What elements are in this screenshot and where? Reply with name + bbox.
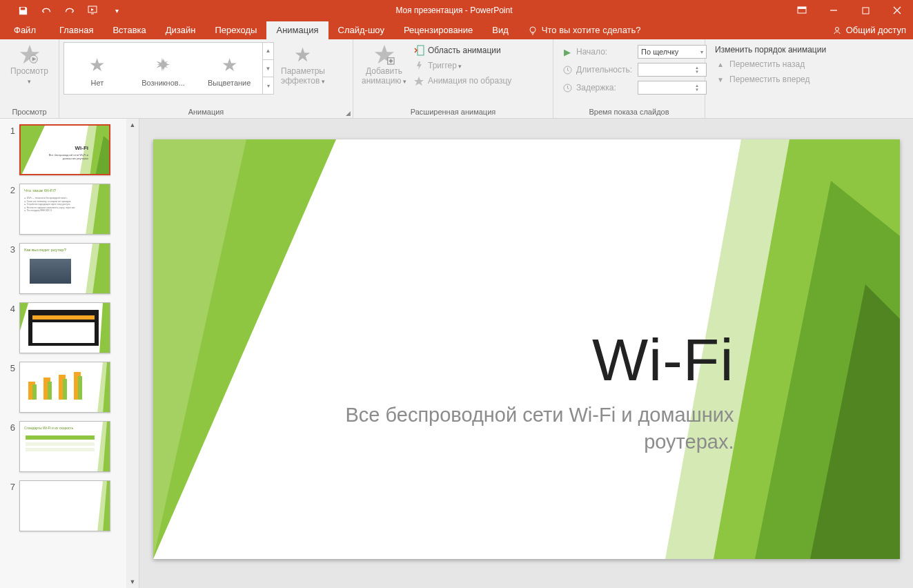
tell-me[interactable]: Что вы хотите сделать?: [518, 25, 651, 39]
thumb-scrollbar[interactable]: ▲ ▼: [126, 119, 139, 588]
gallery-more-icon[interactable]: ▾: [263, 77, 273, 95]
tab-file[interactable]: Файл: [0, 21, 50, 39]
window-controls: [786, 0, 913, 21]
painter-icon: [413, 75, 424, 86]
svg-marker-24: [99, 303, 110, 353]
thumb-2[interactable]: 2 Что такое Wi-Fi? ► Wi-Fi — технология …: [0, 182, 139, 242]
clock-icon: [562, 64, 573, 75]
ribbon: Просмотр Просмотр ★ Нет ✶✦ Возникнов... …: [0, 39, 913, 119]
chevron-down-icon: ▼: [715, 74, 726, 85]
tab-transitions[interactable]: Переходы: [205, 21, 266, 39]
start-from-beginning-icon[interactable]: [88, 5, 99, 16]
preview-button[interactable]: Просмотр: [4, 42, 55, 86]
save-icon[interactable]: [17, 5, 28, 16]
effect-options-label: Параметры эффектов: [281, 67, 325, 86]
group-preview-label: Просмотр: [4, 106, 55, 117]
anim-none[interactable]: ★ Нет: [64, 50, 130, 87]
animation-gallery[interactable]: ★ Нет ✶✦ Возникнов... ★ Выцветание ▲ ▼ ▾: [63, 42, 274, 95]
gallery-down-icon[interactable]: ▼: [263, 60, 273, 78]
close-icon[interactable]: [881, 0, 913, 21]
add-animation-button[interactable]: Добавить анимацию: [357, 42, 411, 86]
slide-decoration-left: [153, 139, 353, 559]
preview-star-icon: [19, 43, 41, 66]
gallery-up-icon[interactable]: ▲: [263, 42, 273, 60]
lightbulb-icon: [528, 26, 538, 35]
redo-icon[interactable]: [64, 5, 75, 16]
group-animation: ★ Нет ✶✦ Возникнов... ★ Выцветание ▲ ▼ ▾: [59, 39, 353, 118]
trigger-button[interactable]: Триггер: [413, 60, 511, 71]
tab-design[interactable]: Дизайн: [156, 21, 206, 39]
thumb-4[interactable]: 4: [0, 301, 139, 360]
animation-pane-button[interactable]: Область анимации: [413, 45, 511, 56]
trigger-icon: [413, 60, 424, 71]
group-timing-label: Время показа слайдов: [558, 106, 700, 117]
group-timing: ▶ Начало: По щелчку▾ Длительность: ▲▼ За…: [553, 39, 705, 118]
add-animation-label: Добавить анимацию: [362, 67, 406, 86]
slide-canvas: Wi-Fi Все беспроводной сети Wi-Fi и дома…: [139, 119, 913, 588]
workspace: ▲ ▼ 1 ✶ Wi-Fi Все беспроводной сети Wi-F…: [0, 119, 913, 588]
duration-label: Длительность:: [562, 64, 632, 75]
preview-label: Просмотр: [8, 67, 50, 86]
thumb-7[interactable]: 7: [0, 479, 139, 538]
share-icon: [833, 26, 843, 35]
quick-access-toolbar: ▾: [0, 5, 122, 16]
svg-rect-11: [418, 46, 424, 55]
duration-input[interactable]: ▲▼: [638, 63, 707, 77]
qat-customize-icon[interactable]: ▾: [111, 5, 122, 16]
tab-slideshow[interactable]: Слайд-шоу: [328, 21, 394, 39]
delay-input[interactable]: ▲▼: [638, 81, 707, 95]
slide-title[interactable]: Wi-Fi: [592, 326, 734, 394]
ribbon-options-icon[interactable]: [786, 0, 818, 21]
animation-pane-icon: [413, 45, 424, 56]
tab-review[interactable]: Рецензирование: [394, 21, 482, 39]
chevron-up-icon: ▲: [715, 59, 726, 70]
tell-me-label: Что вы хотите сделать?: [542, 25, 641, 35]
clock-icon: [562, 82, 573, 93]
thumb-1[interactable]: 1 ✶ Wi-Fi Все беспроводной сети Wi-Fi и …: [0, 123, 139, 182]
svg-point-4: [530, 27, 536, 32]
scroll-down-icon[interactable]: ▼: [126, 576, 139, 588]
slide-thumbnails-pane: ▲ ▼ 1 ✶ Wi-Fi Все беспроводной сети Wi-F…: [0, 119, 139, 588]
group-animation-label: Анимация: [63, 106, 348, 117]
animation-dialog-launcher-icon[interactable]: ◢: [346, 110, 351, 117]
tab-animations[interactable]: Анимация: [266, 21, 328, 39]
ribbon-tabs: Файл Главная Вставка Дизайн Переходы Ани…: [0, 21, 913, 39]
move-later-button[interactable]: ▼ Переместить вперед: [715, 74, 826, 85]
svg-rect-3: [863, 8, 869, 14]
thumb-5[interactable]: 5: [0, 360, 139, 420]
effect-options-button[interactable]: ★ Параметры эффектов: [277, 42, 329, 86]
start-dropdown[interactable]: По щелчку▾: [638, 45, 707, 59]
slide[interactable]: Wi-Fi Все беспроводной сети Wi-Fi и дома…: [153, 139, 900, 559]
group-advanced-animation: Добавить анимацию Область анимации Тригг…: [353, 39, 553, 118]
delay-label: Задержка:: [562, 82, 632, 93]
svg-point-5: [835, 27, 838, 30]
svg-rect-2: [798, 7, 806, 9]
scroll-up-icon[interactable]: ▲: [126, 119, 139, 131]
add-animation-icon: [373, 43, 395, 66]
reorder-title: Изменить порядок анимации: [715, 45, 826, 55]
anim-fade[interactable]: ★ Выцветание: [196, 50, 262, 87]
minimize-icon[interactable]: [818, 0, 850, 21]
thumb-6[interactable]: 6 Стандарты Wi-Fi и их скорость: [0, 420, 139, 479]
tab-home[interactable]: Главная: [50, 21, 103, 39]
share-button[interactable]: Общий доступ: [826, 25, 913, 39]
animation-painter-button[interactable]: Анимация по образцу: [413, 75, 511, 86]
tab-insert[interactable]: Вставка: [103, 21, 155, 39]
svg-marker-23: [20, 303, 28, 331]
slide-subtitle[interactable]: Все беспроводной сети Wi-Fi и домашних р…: [306, 402, 734, 455]
svg-marker-12: [414, 77, 424, 86]
svg-marker-15: [21, 126, 45, 175]
maximize-icon[interactable]: [850, 0, 881, 21]
window-title: Моя презентация - PowerPoint: [122, 6, 786, 15]
move-earlier-button[interactable]: ▲ Переместить назад: [715, 59, 826, 70]
thumb-3[interactable]: 3 Как выглядит роутер?: [0, 242, 139, 301]
start-play-icon: ▶: [562, 46, 573, 57]
undo-icon[interactable]: [41, 5, 52, 16]
tab-view[interactable]: Вид: [482, 21, 518, 39]
start-label: ▶ Начало:: [562, 46, 632, 57]
share-label: Общий доступ: [846, 25, 906, 35]
title-bar: ▾ Моя презентация - PowerPoint: [0, 0, 913, 21]
group-advanced-label: Расширенная анимация: [357, 106, 549, 117]
gallery-scroll: ▲ ▼ ▾: [262, 42, 273, 95]
anim-appear[interactable]: ✶✦ Возникнов...: [130, 50, 197, 87]
